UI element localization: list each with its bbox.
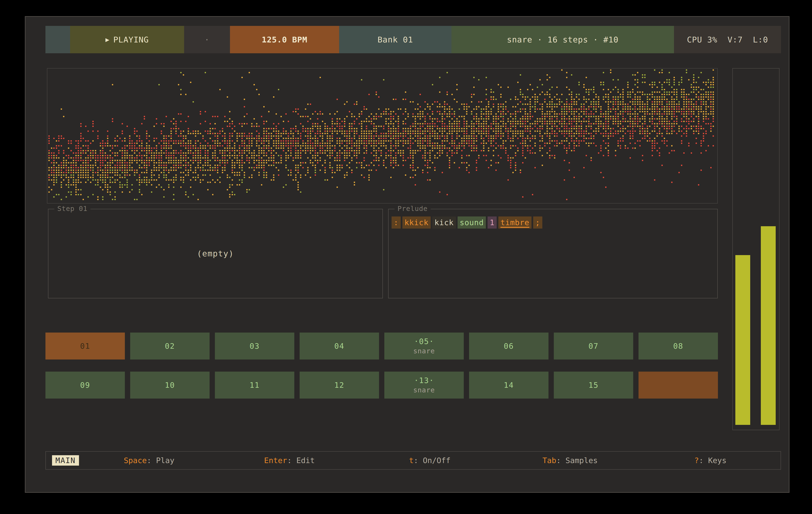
- visualizer-canvas: [47, 68, 717, 203]
- step-row-2: 09101112·13·snare1415: [46, 372, 718, 398]
- step-number-label: 03: [250, 342, 260, 351]
- step-number-label: 10: [165, 381, 175, 389]
- keyhint-action: : Edit: [287, 456, 315, 465]
- keyhint-key: Enter: [264, 456, 287, 465]
- step-button-05[interactable]: ·05·snare: [384, 333, 464, 360]
- step-button-14[interactable]: 14: [469, 372, 549, 398]
- step-number-label: 12: [334, 381, 344, 389]
- code-token-1: :: [392, 216, 401, 229]
- keyhint-action: : On/Off: [414, 456, 451, 465]
- keyhint-enter: Enter: Edit: [219, 456, 360, 465]
- step-button-03[interactable]: 03: [215, 333, 294, 360]
- step-number-label: 08: [673, 342, 683, 351]
- step-number-label: 01: [80, 342, 90, 351]
- code-token-5: 1: [488, 216, 497, 229]
- keyhint-action: : Play: [147, 456, 174, 465]
- level-meter-panel: [732, 68, 780, 430]
- keyhint-tab: Tab: Samples: [500, 456, 640, 465]
- step-number-label: 04: [334, 342, 344, 351]
- bpm-display[interactable]: 125.0 BPM: [230, 26, 339, 53]
- step-button-06[interactable]: 06: [469, 333, 549, 360]
- bank-display[interactable]: Bank 01: [339, 26, 452, 53]
- keyhint-key: ?: [694, 456, 699, 465]
- step-button-16[interactable]: [639, 372, 718, 398]
- transport-status[interactable]: ▶PLAYING: [70, 26, 184, 53]
- step-sample-label: snare: [413, 347, 435, 355]
- app-window: ▶PLAYING · 125.0 BPM Bank 01 snare · 16 …: [25, 16, 789, 493]
- step-grid: 01020304·05·snare060708 09101112·13·snar…: [46, 333, 718, 411]
- step-number-label: ·13·: [414, 376, 434, 385]
- trigger-visualizer: [47, 68, 718, 204]
- keyhint-t: t: On/Off: [359, 456, 500, 465]
- track-info: snare · 16 steps · #10: [452, 26, 674, 53]
- step-number-label: 07: [588, 342, 599, 351]
- step-button-11[interactable]: 11: [215, 372, 294, 398]
- keyhint-key: Tab: [543, 456, 556, 465]
- swing-indicator: ·: [184, 26, 230, 53]
- step-number-label: 15: [588, 381, 599, 389]
- code-token-7: ;: [533, 216, 542, 229]
- keyhint-list: Space: PlayEnter: Editt: On/OffTab: Samp…: [79, 456, 781, 465]
- code-token-2: kkick: [402, 216, 431, 229]
- step-button-02[interactable]: 02: [130, 333, 210, 360]
- transport-label: PLAYING: [113, 35, 149, 44]
- step-button-09[interactable]: 09: [46, 372, 125, 398]
- accent-block: [46, 26, 70, 53]
- step-button-08[interactable]: 08: [639, 333, 718, 360]
- step-button-12[interactable]: 12: [300, 372, 379, 398]
- keyhint-action: : Keys: [699, 456, 726, 465]
- keyhint-action: : Samples: [556, 456, 598, 465]
- mode-badge: MAIN: [52, 455, 79, 465]
- app-root: { "header": { "transport_icon": "▶", "tr…: [0, 0, 812, 514]
- step-number-label: ·05·: [414, 337, 434, 346]
- step-button-13[interactable]: ·13·snare: [384, 372, 464, 398]
- prelude-panel-title: Prelude: [395, 205, 431, 213]
- step-number-label: 09: [80, 381, 90, 389]
- level-meter-bar-1: [735, 255, 750, 425]
- step-number-label: 02: [165, 342, 175, 351]
- prelude-code-editor[interactable]: :kkickkicksound1timbre;: [392, 216, 544, 229]
- step-button-04[interactable]: 04: [300, 333, 379, 360]
- step-number-label: 06: [504, 342, 514, 351]
- keyhint-key: t: [409, 456, 414, 465]
- code-token-4: sound: [458, 216, 486, 229]
- step-button-15[interactable]: 15: [554, 372, 633, 398]
- code-token-3: kick: [432, 216, 456, 229]
- status-bar: ▶PLAYING · 125.0 BPM Bank 01 snare · 16 …: [46, 26, 781, 53]
- keyhint-bar: MAIN Space: PlayEnter: Editt: On/OffTab:…: [46, 451, 781, 470]
- keyhint-help: ?: Keys: [640, 456, 781, 465]
- step-row-1: 01020304·05·snare060708: [46, 333, 718, 360]
- keyhint-space: Space: Play: [79, 456, 219, 465]
- code-token-6: timbre: [498, 216, 531, 229]
- step-panel-title: Step 01: [54, 205, 90, 213]
- step-button-07[interactable]: 07: [554, 333, 633, 360]
- step-detail-panel: Step 01 (empty): [48, 209, 383, 298]
- step-button-10[interactable]: 10: [130, 372, 210, 398]
- step-number-label: 14: [504, 381, 514, 389]
- step-button-01[interactable]: 01: [46, 333, 125, 360]
- step-empty-label: (empty): [197, 249, 234, 258]
- step-number-label: 11: [250, 381, 260, 389]
- prelude-panel: Prelude :kkickkicksound1timbre;: [388, 209, 718, 298]
- play-icon: ▶: [105, 36, 109, 43]
- step-sample-label: snare: [413, 386, 435, 394]
- level-meter-bar-2: [761, 226, 776, 425]
- keyhint-key: Space: [124, 456, 147, 465]
- system-stats: CPU 3% V:7 L:0: [674, 26, 781, 53]
